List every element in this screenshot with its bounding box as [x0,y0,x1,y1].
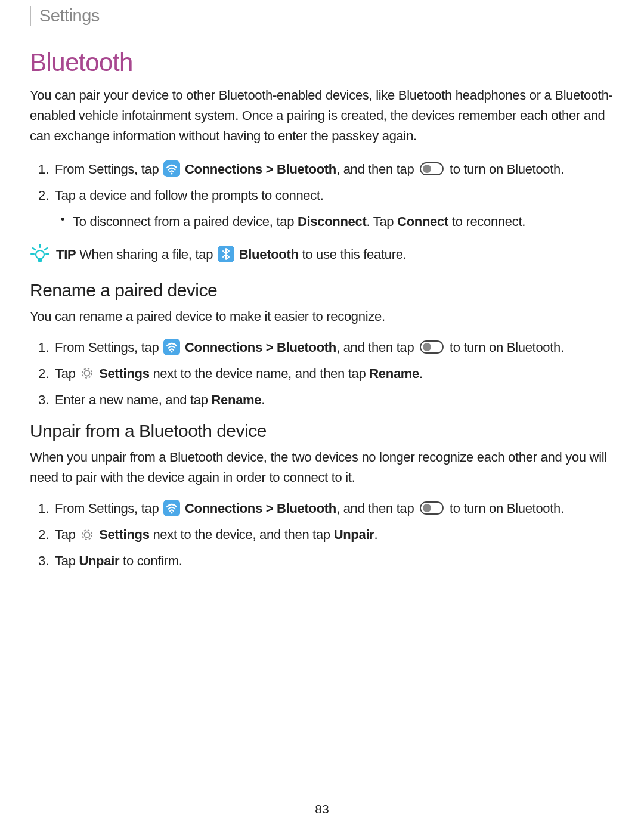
unpair-step-1: 1. From Settings, tap Connections > Blue… [55,498,614,519]
rename-step-2: 2. Tap Settings next to the device name,… [55,364,614,384]
svg-point-11 [36,250,44,259]
connections-icon [163,500,180,516]
gear-icon [80,528,94,542]
svg-line-8 [45,248,47,250]
page-title: Bluetooth [30,48,614,77]
rename-intro: You can rename a paired device to make i… [30,306,614,327]
toggle-icon [420,162,444,176]
page-number: 83 [315,802,329,816]
intro-paragraph: You can pair your device to other Blueto… [30,85,614,146]
unpair-section-title: Unpair from a Bluetooth device [30,421,614,441]
bluetooth-icon [218,246,234,262]
unpair-step-2: 2. Tap Settings next to the device, and … [55,525,614,545]
connections-icon [163,339,180,355]
main-steps-list: 1. From Settings, tap Connections > Blue… [30,159,614,232]
tip-block: TIP When sharing a file, tap Bluetooth t… [30,243,614,265]
step-2-sublist: To disconnect from a paired device, tap … [55,212,614,232]
tip-lightbulb-icon [30,243,50,264]
rename-steps-list: 1. From Settings, tap Connections > Blue… [30,337,614,410]
rename-step-1: 1. From Settings, tap Connections > Blue… [55,337,614,358]
connections-icon [163,160,180,177]
step-2: 2. Tap a device and follow the prompts t… [55,185,614,232]
tip-text: TIP When sharing a file, tap Bluetooth t… [56,243,406,265]
step-1: 1. From Settings, tap Connections > Blue… [55,159,614,179]
unpair-step-3: 3. Tap Unpair to confirm. [55,551,614,571]
rename-step-3: 3. Enter a new name, and tap Rename. [55,390,614,410]
gear-icon [80,366,94,380]
toggle-icon [420,501,444,515]
toggle-icon [420,340,444,354]
unpair-steps-list: 1. From Settings, tap Connections > Blue… [30,498,614,571]
breadcrumb-header: Settings [30,6,614,26]
breadcrumb-text: Settings [39,6,100,25]
svg-line-7 [33,248,35,250]
rename-section-title: Rename a paired device [30,280,614,301]
unpair-intro: When you unpair from a Bluetooth device,… [30,447,614,488]
step-2-sub: To disconnect from a paired device, tap … [73,212,614,232]
